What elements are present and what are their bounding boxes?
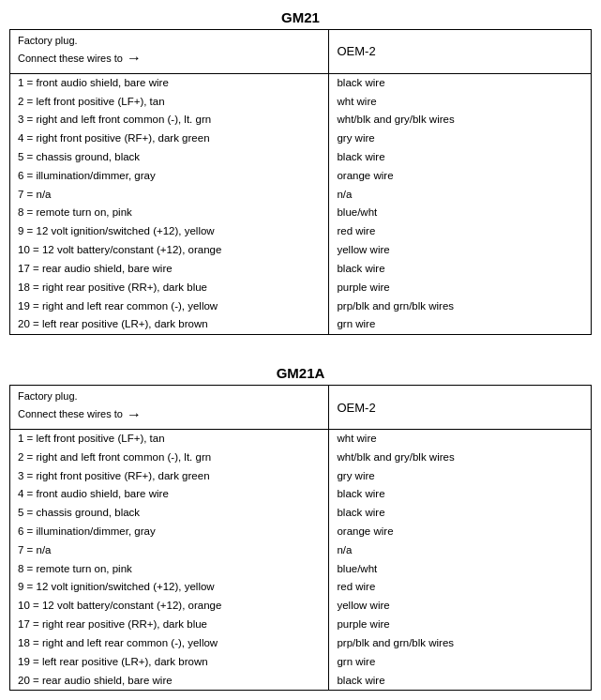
table-row: 7 = n/an/a: [10, 186, 591, 205]
wire-description: 4 = right front positive (RF+), dark gre…: [10, 129, 329, 148]
oem-wire: yellow wire: [329, 597, 591, 616]
wire-description: 19 = left rear positive (LR+), dark brow…: [10, 653, 329, 672]
oem-label-gm21a: OEM-2: [337, 401, 375, 415]
section-gm21a: GM21A Factory plug. Connect these wires …: [9, 365, 592, 691]
wire-description: 5 = chassis ground, black: [10, 504, 329, 523]
oem-wire: n/a: [329, 541, 591, 560]
wire-description: 18 = right rear positive (RR+), dark blu…: [10, 279, 329, 297]
table-row: 18 = right rear positive (RR+), dark blu…: [10, 279, 591, 297]
table-row: 9 = 12 volt ignition/switched (+12), yel…: [10, 222, 591, 241]
table-row: 10 = 12 volt battery/constant (+12), ora…: [10, 597, 591, 616]
header-factory-plug: Factory plug.: [18, 389, 321, 403]
table-row: 6 = illumination/dimmer, grayorange wire: [10, 167, 591, 186]
oem-wire: n/a: [329, 186, 591, 205]
wire-description: 1 = front audio shield, bare wire: [10, 74, 329, 93]
oem-wire: wht wire: [329, 430, 591, 449]
wire-description: 18 = right and left rear common (-), yel…: [10, 634, 329, 653]
wire-description: 6 = illumination/dimmer, gray: [10, 167, 329, 186]
header-left-gm21: Factory plug. Connect these wires to →: [10, 30, 329, 73]
section-title-gm21: GM21: [9, 9, 592, 25]
wire-description: 2 = left front positive (LF+), tan: [10, 93, 329, 112]
table-row: 17 = rear audio shield, bare wireblack w…: [10, 260, 591, 279]
table-row: 3 = right and left front common (-), lt.…: [10, 111, 591, 129]
section-gm21: GM21 Factory plug. Connect these wires t…: [9, 9, 592, 346]
table-row: 3 = right front positive (RF+), dark gre…: [10, 467, 591, 486]
wire-description: 19 = right and left rear common (-), yel…: [10, 297, 329, 316]
oem-wire: grn wire: [329, 653, 591, 672]
table-row: 17 = right rear positive (RR+), dark blu…: [10, 616, 591, 634]
wire-description: 3 = right front positive (RF+), dark gre…: [10, 467, 329, 486]
oem-label-gm21: OEM-2: [337, 44, 375, 58]
table-row: 18 = right and left rear common (-), yel…: [10, 634, 591, 653]
table-gm21: Factory plug. Connect these wires to → O…: [9, 29, 592, 335]
table-row: 4 = front audio shield, bare wireblack w…: [10, 485, 591, 504]
wire-description: 8 = remote turn on, pink: [10, 560, 329, 579]
table-row: 8 = remote turn on, pinkblue/wht: [10, 204, 591, 222]
wire-description: 8 = remote turn on, pink: [10, 204, 329, 222]
table-gm21a: Factory plug. Connect these wires to → O…: [9, 385, 592, 691]
wire-description: 2 = right and left front common (-), lt.…: [10, 449, 329, 467]
table-row: 19 = right and left rear common (-), yel…: [10, 297, 591, 316]
oem-wire: black wire: [329, 148, 591, 167]
header-right-gm21a: OEM-2: [329, 397, 591, 418]
oem-wire: grn wire: [329, 315, 591, 334]
oem-wire: gry wire: [329, 467, 591, 486]
header-connect-wires: Connect these wires to →: [18, 404, 321, 425]
oem-wire: gry wire: [329, 129, 591, 148]
wire-description: 5 = chassis ground, black: [10, 148, 329, 167]
header-row-gm21a: Factory plug. Connect these wires to → O…: [10, 386, 591, 430]
arrow-icon: →: [127, 48, 142, 68]
wire-description: 7 = n/a: [10, 541, 329, 560]
header-right-gm21: OEM-2: [329, 40, 591, 62]
wire-description: 9 = 12 volt ignition/switched (+12), yel…: [10, 578, 329, 597]
oem-wire: red wire: [329, 578, 591, 597]
wire-description: 4 = front audio shield, bare wire: [10, 485, 329, 504]
oem-wire: purple wire: [329, 279, 591, 297]
wire-description: 17 = right rear positive (RR+), dark blu…: [10, 616, 329, 634]
table-row: 20 = rear audio shield, bare wireblack w…: [10, 672, 591, 691]
connect-wires-label: Connect these wires to: [18, 52, 123, 66]
header-left-gm21a: Factory plug. Connect these wires to →: [10, 386, 329, 429]
table-row: 10 = 12 volt battery/constant (+12), ora…: [10, 241, 591, 260]
wire-description: 10 = 12 volt battery/constant (+12), ora…: [10, 597, 329, 616]
table-row: 2 = left front positive (LF+), tanwht wi…: [10, 93, 591, 112]
table-row: 8 = remote turn on, pinkblue/wht: [10, 560, 591, 579]
oem-wire: prp/blk and grn/blk wires: [329, 297, 591, 316]
oem-wire: yellow wire: [329, 241, 591, 260]
oem-wire: wht wire: [329, 93, 591, 112]
table-row: 2 = right and left front common (-), lt.…: [10, 449, 591, 467]
table-row: 5 = chassis ground, blackblack wire: [10, 148, 591, 167]
oem-wire: blue/wht: [329, 560, 591, 579]
wire-description: 1 = left front positive (LF+), tan: [10, 430, 329, 449]
wire-description: 3 = right and left front common (-), lt.…: [10, 111, 329, 129]
oem-wire: orange wire: [329, 167, 591, 186]
wire-description: 20 = left rear positive (LR+), dark brow…: [10, 315, 329, 334]
oem-wire: purple wire: [329, 616, 591, 634]
oem-wire: wht/blk and gry/blk wires: [329, 449, 591, 467]
header-row-gm21: Factory plug. Connect these wires to → O…: [10, 30, 591, 74]
wire-description: 20 = rear audio shield, bare wire: [10, 672, 329, 691]
wire-description: 9 = 12 volt ignition/switched (+12), yel…: [10, 222, 329, 241]
table-row: 7 = n/an/a: [10, 541, 591, 560]
oem-wire: red wire: [329, 222, 591, 241]
oem-wire: black wire: [329, 74, 591, 93]
table-row: 6 = illumination/dimmer, grayorange wire: [10, 523, 591, 541]
section-title-gm21a: GM21A: [9, 365, 592, 381]
oem-wire: blue/wht: [329, 204, 591, 222]
oem-wire: orange wire: [329, 523, 591, 541]
wire-description: 10 = 12 volt battery/constant (+12), ora…: [10, 241, 329, 260]
table-row: 20 = left rear positive (LR+), dark brow…: [10, 315, 591, 334]
table-row: 1 = left front positive (LF+), tanwht wi…: [10, 430, 591, 449]
oem-wire: black wire: [329, 672, 591, 691]
oem-wire: black wire: [329, 504, 591, 523]
wire-description: 6 = illumination/dimmer, gray: [10, 523, 329, 541]
oem-wire: prp/blk and grn/blk wires: [329, 634, 591, 653]
wire-description: 7 = n/a: [10, 186, 329, 205]
oem-wire: black wire: [329, 260, 591, 279]
header-connect-wires: Connect these wires to →: [18, 48, 321, 68]
table-row: 5 = chassis ground, blackblack wire: [10, 504, 591, 523]
table-row: 9 = 12 volt ignition/switched (+12), yel…: [10, 578, 591, 597]
table-row: 1 = front audio shield, bare wireblack w…: [10, 74, 591, 93]
table-row: 4 = right front positive (RF+), dark gre…: [10, 129, 591, 148]
table-row: 19 = left rear positive (LR+), dark brow…: [10, 653, 591, 672]
